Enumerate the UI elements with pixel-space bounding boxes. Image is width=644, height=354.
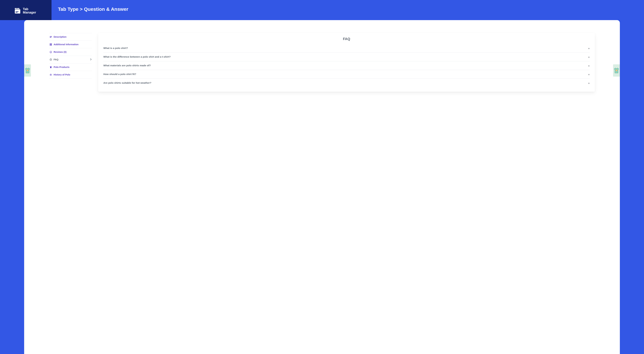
product-tabs: Description Additional Information Revie… <box>49 33 92 78</box>
plus-icon: + <box>588 55 590 59</box>
tab-label: Description <box>54 35 66 38</box>
svg-point-16 <box>50 52 50 52</box>
grid-icon <box>50 43 52 46</box>
svg-rect-1 <box>16 8 18 9</box>
faq-list: What is a polo shirt? + What is the diff… <box>103 44 590 87</box>
question-icon <box>50 58 52 61</box>
svg-rect-0 <box>15 8 16 9</box>
brand-logo-icon <box>14 8 20 14</box>
faq-title: FAQ <box>103 37 590 41</box>
svg-rect-8 <box>51 43 52 44</box>
faq-question: What is the difference between a polo sh… <box>103 55 171 58</box>
svg-rect-6 <box>50 43 50 44</box>
faq-item[interactable]: What is a polo shirt? + <box>103 44 590 53</box>
svg-rect-2 <box>18 8 19 9</box>
svg-point-21 <box>616 69 617 71</box>
tshirt-thumb-icon <box>25 67 30 74</box>
faq-question: Are polo shirts suitable for hot weather… <box>103 81 151 84</box>
faq-item[interactable]: How should a polo shirt fit? + <box>103 70 590 79</box>
svg-point-17 <box>51 52 51 52</box>
svg-rect-7 <box>50 43 51 44</box>
faq-question: What materials are polo shirts made of? <box>103 64 151 67</box>
tab-history[interactable]: History of Polo <box>49 71 92 78</box>
svg-rect-5 <box>16 12 18 13</box>
faq-panel: FAQ What is a polo shirt? + What is the … <box>98 33 595 92</box>
svg-point-15 <box>50 51 52 53</box>
plus-icon: + <box>588 46 590 50</box>
tab-label: Additional Information <box>54 43 78 46</box>
tab-label: History of Polo <box>54 73 70 76</box>
svg-point-19 <box>50 60 51 60</box>
tab-reviews[interactable]: Reviews (0) <box>49 48 92 56</box>
tab-label: FAQ <box>54 58 58 61</box>
faq-question: What is a polo shirt? <box>103 47 128 49</box>
brand-logo: Tab Manager <box>14 7 36 14</box>
tab-faq[interactable]: FAQ <box>49 56 92 63</box>
smile-icon <box>50 51 52 53</box>
lines-icon <box>50 35 52 38</box>
breadcrumb: Tab Type > Question & Answer <box>58 6 128 12</box>
svg-rect-12 <box>50 45 50 45</box>
main-card: Description Additional Information Revie… <box>24 20 620 354</box>
shirt-icon <box>50 66 52 68</box>
chevron-right-icon <box>90 58 92 61</box>
plus-icon: + <box>588 81 590 85</box>
tshirt-thumb-icon <box>614 67 619 74</box>
svg-rect-4 <box>16 11 18 12</box>
brand-name: Tab Manager <box>23 7 36 14</box>
plus-icon: + <box>588 72 590 76</box>
svg-rect-11 <box>51 44 52 45</box>
svg-rect-10 <box>50 44 51 45</box>
product-peek-left[interactable] <box>24 64 31 77</box>
tab-description[interactable]: Description <box>49 33 92 41</box>
tab-polo-products[interactable]: Polo Products <box>49 63 92 71</box>
faq-item[interactable]: What materials are polo shirts made of? … <box>103 61 590 70</box>
plus-icon: + <box>588 63 590 67</box>
history-icon <box>50 73 52 76</box>
faq-question: How should a polo shirt fit? <box>103 73 136 76</box>
svg-rect-13 <box>50 45 51 45</box>
tab-label: Reviews (0) <box>54 51 66 53</box>
tab-label: Polo Products <box>54 66 70 68</box>
faq-item[interactable]: What is the difference between a polo sh… <box>103 53 590 61</box>
tab-additional-info[interactable]: Additional Information <box>49 41 92 48</box>
faq-item[interactable]: Are polo shirts suitable for hot weather… <box>103 79 590 87</box>
svg-rect-14 <box>51 45 52 45</box>
svg-point-20 <box>27 69 28 71</box>
svg-rect-9 <box>50 44 50 45</box>
product-peek-right[interactable] <box>613 64 620 77</box>
